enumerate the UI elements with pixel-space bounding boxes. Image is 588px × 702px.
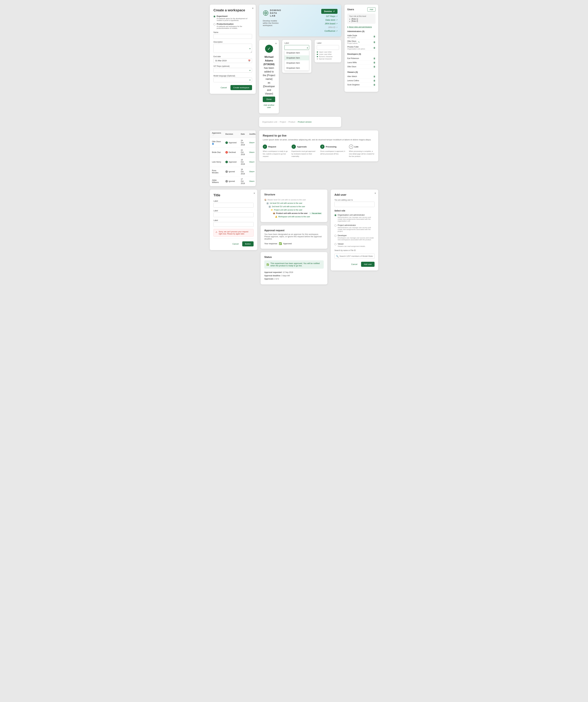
dev-delete-1[interactable]: 🗑 — [373, 61, 376, 64]
dropdown-item-2[interactable]: Dropdown Item — [285, 61, 309, 66]
role-radio-2[interactable] — [334, 235, 336, 237]
create-workspace-button[interactable]: Create workspace — [231, 85, 252, 90]
admins-section: Administrators (3) Hallie Doyle MLP admi… — [347, 30, 376, 51]
viewer-delete-1[interactable]: 🗑 — [373, 79, 376, 82]
added-user-close-button[interactable]: × — [275, 42, 277, 45]
admin-delete-1[interactable]: 🗑 — [373, 41, 376, 43]
view-link-0[interactable]: View ▾ — [249, 142, 256, 144]
domino-primary-link[interactable]: Domino ↗ — [321, 9, 337, 14]
field-0-label: Label — [213, 200, 254, 202]
role-radio-1[interactable] — [334, 225, 336, 227]
rule-dot-0 — [317, 51, 318, 52]
description-textarea[interactable] — [213, 44, 252, 53]
field-1-label: Label — [213, 210, 254, 212]
approval-request-desc: You have been designated as an approver … — [264, 233, 324, 240]
tree-item-5[interactable]: ⚠️ Workspace unit with access to the use… — [264, 215, 324, 218]
response-value: Approved — [283, 242, 292, 245]
experiment-radio[interactable] — [213, 15, 215, 17]
response-label: Your response: — [264, 242, 278, 245]
admin-delete-2[interactable]: 🗑 — [373, 46, 376, 49]
git-repo-label: GIT Repo — [326, 15, 335, 17]
step-name-1: Approvals — [297, 145, 307, 148]
dev-delete-2[interactable]: 🗑 — [373, 66, 376, 68]
title-form-cancel-button[interactable]: Cancel — [230, 241, 241, 246]
end-date-input[interactable] — [213, 58, 252, 63]
step-icon-3: 4 — [349, 144, 353, 149]
dropdown-item-0[interactable]: Dropdown Item — [285, 50, 309, 55]
tree-label-4: Product unit with access to the user — [276, 212, 308, 214]
dev-name-1: Laura Willis — [347, 62, 357, 64]
dropdown-item-3[interactable]: Dropdown Item — [285, 66, 309, 71]
tree-item-2[interactable]: 🏢 2nd level OU unit with access to the u… — [264, 205, 324, 208]
dropdown-item-1[interactable]: Dropdown Item — [285, 55, 309, 61]
tree-item-3[interactable]: 📁 Project unit with access to the user — [264, 208, 324, 212]
step-header-1: ✓ Approvals — [292, 144, 317, 149]
git-repo-select[interactable] — [213, 68, 252, 73]
chevron-icon-0: ▾ — [254, 142, 254, 144]
name-input[interactable] — [213, 34, 252, 39]
step-icon-0: ✓ — [263, 144, 267, 149]
confluence-link[interactable]: Confluence ↗ — [324, 30, 337, 32]
role-radio-3[interactable] — [334, 243, 336, 245]
about-roles-link[interactable]: ℹ About roles and permissions — [347, 26, 376, 28]
field-1-input[interactable]: Field Text — [213, 212, 254, 217]
role-radio-0[interactable] — [334, 214, 336, 216]
view-link-1[interactable]: View ▾ — [249, 151, 256, 153]
developers-section: Developers (3) Earl Roberson 🗑 Laura Wil… — [347, 53, 376, 69]
jira-id-link[interactable]: JIRA ID ↗ — [328, 26, 337, 28]
viewer-delete-2[interactable]: 🗑 — [373, 84, 376, 86]
breadcrumb-item-1[interactable]: Project — [280, 121, 286, 123]
tree-item-1[interactable]: 🏢 1st level OU unit with access to the u… — [264, 202, 324, 205]
add-another-user-link[interactable]: Add another user — [264, 104, 274, 109]
add-user-close-button[interactable]: × — [375, 192, 376, 195]
you-here-badge: ← You are here — [309, 212, 322, 214]
view-link-3[interactable]: View ▾ — [249, 170, 256, 173]
jira-board-link[interactable]: JIRA board ↗ — [325, 22, 337, 25]
add-user-cancel-button[interactable]: Cancel — [349, 262, 359, 267]
search-input[interactable] — [334, 254, 375, 259]
add-user-button[interactable]: Add — [368, 7, 376, 11]
validation-input[interactable]: a1 — [317, 45, 339, 50]
view-link-4[interactable]: View ▾ — [249, 180, 256, 183]
admin-delete-0[interactable]: 🗑 — [373, 35, 376, 38]
cancel-button[interactable]: Cancel — [218, 85, 229, 90]
done-button[interactable]: Done — [263, 97, 275, 102]
git-repo-link[interactable]: GIT Repo ↗ — [326, 15, 337, 17]
status-check-icon: ✅ — [267, 263, 269, 266]
close-button[interactable]: × — [252, 7, 254, 10]
role-option-3[interactable]: Viewer Viewers can read assignment detai… — [334, 243, 375, 247]
rule-label-0: Upper case letter — [319, 51, 332, 53]
field-2-input[interactable]: Field Text — [213, 222, 254, 227]
bottom-mid: Structure 🏠 Master level OU unit with no… — [261, 190, 327, 284]
ext-link-icon-3: ↗ — [336, 26, 337, 28]
role-box-title: Your role at this level — [349, 15, 374, 17]
productionisation-radio[interactable] — [213, 23, 215, 25]
status-dot-3: – — [226, 170, 228, 173]
model-lang-select[interactable] — [213, 78, 252, 82]
role-option-1[interactable]: Project administrator Administrators can… — [334, 224, 375, 232]
dev-delete-0[interactable]: 🗑 — [373, 57, 376, 60]
role-option-2[interactable]: Developer Developers can manage user acc… — [334, 234, 375, 241]
productionisation-option[interactable]: Productionisation A notebook and workspa… — [213, 23, 252, 29]
breadcrumb-item-2[interactable]: Product — [288, 121, 295, 123]
add-user-submit-button[interactable]: Add user — [361, 262, 375, 267]
date-2: 19 Oct 2018 — [239, 157, 247, 167]
view-link-2[interactable]: View ▾ — [249, 161, 256, 163]
breadcrumb-item-3[interactable]: Product version — [298, 121, 312, 123]
breadcrumb-item-0[interactable]: Organisation unit — [262, 121, 277, 123]
parent-entity-input[interactable]: [Parent entity] — [334, 202, 375, 207]
role-option-0[interactable]: Organisation unit administrator Administ… — [334, 214, 375, 222]
status-dot-1: ✕ — [226, 151, 228, 153]
admin-name-0: Hallie Doyle — [347, 34, 357, 37]
tree-icon-4: 📦 — [273, 212, 275, 214]
end-date-label: End date — [213, 55, 252, 57]
field-0-input[interactable]: Field Text — [213, 203, 254, 208]
experiment-option[interactable]: Experiment A notebook space for the deve… — [213, 15, 252, 21]
chevron-icon-4: ▾ — [254, 180, 254, 183]
viewer-delete-0[interactable]: 🗑 — [373, 75, 376, 78]
viewer-name-1: Lenora Collins — [347, 80, 359, 82]
data-store-link[interactable]: Data store ↗ — [325, 19, 337, 21]
dropdown-field-input[interactable]: Field Text — [284, 45, 309, 50]
title-form-submit-button[interactable]: Button — [242, 241, 254, 246]
title-form-close-button[interactable]: × — [254, 192, 255, 195]
